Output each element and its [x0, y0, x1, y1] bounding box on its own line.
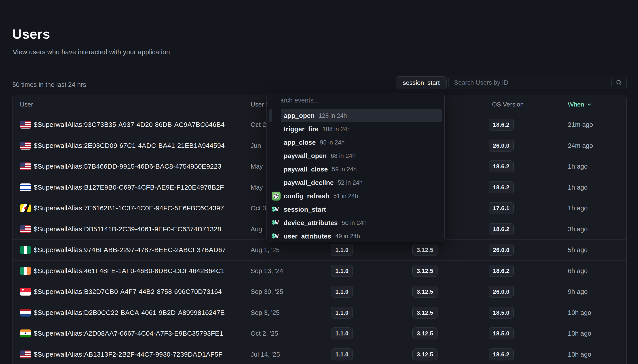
chevron-down-icon [586, 102, 592, 108]
user-search-box[interactable] [448, 76, 626, 89]
event-name: paywall_open [284, 152, 327, 160]
os-version-badge: 26.0.0 [489, 244, 514, 256]
user-alias: $SuperwallAlias:D2B0CC22-BACA-4061-9B2D-… [34, 309, 225, 316]
events-search-box[interactable] [267, 93, 444, 108]
user-alias: $SuperwallAlias:93C73B35-A937-4D20-86DB-… [34, 121, 225, 128]
column-header-user: User [20, 101, 33, 108]
event-option[interactable]: $W app_close 95 in 24h [269, 136, 442, 149]
event-name: app_open [284, 112, 315, 120]
user-since-value: Oct 3 [251, 204, 266, 212]
app-version-badge: 1.1.0 [331, 265, 353, 277]
sdk-version-badge: 3.12.5 [412, 244, 438, 256]
os-version-badge: 18.6.2 [489, 181, 514, 193]
sdk-version-badge: 3.12.5 [412, 306, 438, 318]
event-name: config_refresh [284, 192, 329, 200]
country-flag-icon [20, 330, 31, 338]
superwall-event-icon: $W [272, 233, 281, 240]
user-alias: $SuperwallAlias:7E6162B1-1C37-4C0E-94FC-… [34, 204, 224, 212]
events-dropdown: $W app_open 128 in 24h $W trigger_fire 1… [266, 93, 445, 242]
event-count: 51 in 24h [333, 193, 358, 200]
superwall-event-icon: $W [272, 206, 281, 213]
event-name: paywall_close [284, 166, 328, 173]
table-row[interactable]: $SuperwallAlias:461F48FE-1AF0-46B0-8DBC-… [13, 260, 626, 282]
event-option[interactable]: $W device_attributes 50 in 24h [269, 216, 442, 230]
country-flag-icon [20, 288, 31, 296]
event-option[interactable]: $W session_start [269, 203, 442, 216]
event-count: 128 in 24h [319, 112, 347, 119]
when-value: 6h ago [568, 267, 588, 274]
app-version-badge: 1.1.0 [331, 348, 353, 360]
event-count: 108 in 24h [323, 126, 351, 133]
event-option[interactable]: $W user_attributes 49 in 24h [269, 230, 442, 242]
user-since-value: Oct 2 [251, 121, 266, 128]
country-flag-icon [20, 120, 31, 129]
event-option[interactable]: ⚽ config_refresh 51 in 24h [269, 189, 442, 203]
page-title: Users [12, 26, 50, 42]
superwall-event-icon: $W [272, 220, 281, 226]
event-option[interactable]: $W trigger_fire 108 in 24h [269, 122, 442, 136]
user-alias: $SuperwallAlias:57B466DD-9915-46D6-BAC8-… [34, 162, 221, 170]
column-header-when-sort[interactable]: When [568, 101, 592, 108]
user-alias: $SuperwallAlias:A2D08AA7-0667-4C04-A7F3-… [34, 330, 223, 337]
table-row[interactable]: $SuperwallAlias:D2B0CC22-BACA-4061-9B2D-… [13, 302, 626, 323]
event-count: 59 in 24h [332, 166, 357, 173]
user-alias: $SuperwallAlias:974BFABB-2297-4787-BEEC-… [34, 246, 226, 254]
os-version-badge: 26.0.0 [489, 140, 514, 152]
os-version-badge: 18.6.2 [489, 265, 514, 277]
user-since-value: Sep 13, '24 [251, 267, 283, 274]
os-version-badge: 18.6.2 [489, 160, 514, 172]
events-list: $W app_open 128 in 24h $W trigger_fire 1… [267, 108, 444, 242]
event-name: trigger_fire [284, 126, 318, 133]
table-row[interactable]: $SuperwallAlias:B32D7CB0-A4F7-44B2-8758-… [13, 281, 626, 302]
when-value: 1h ago [568, 204, 588, 212]
when-value: 24m ago [568, 142, 593, 149]
os-version-badge: 18.6.2 [489, 119, 514, 131]
column-header-os-version: OS Version [492, 101, 524, 108]
user-since-value: Sep 3, '25 [251, 309, 280, 316]
user-alias: $SuperwallAlias:2E03CD09-67C1-4ADC-BA41-… [34, 142, 225, 150]
when-value: 3h ago [568, 225, 588, 233]
sdk-version-badge: 3.12.5 [412, 328, 438, 340]
sdk-version-badge: 3.12.5 [412, 286, 438, 298]
when-label: When [568, 101, 584, 108]
user-since-value: Aug [251, 225, 262, 233]
os-version-badge: 17.6.1 [489, 202, 514, 214]
search-icon[interactable] [612, 79, 626, 86]
event-filter-label: session_start [403, 79, 440, 86]
event-count: 50 in 24h [342, 220, 367, 226]
country-flag-icon [20, 142, 31, 150]
sdk-version-badge: 3.12.5 [412, 265, 438, 277]
user-alias: $SuperwallAlias:B32D7CB0-A4F7-44B2-8758-… [34, 288, 222, 296]
event-option[interactable]: $W app_open 128 in 24h [269, 109, 442, 122]
event-count: 52 in 24h [338, 179, 363, 186]
event-count: 49 in 24h [335, 233, 360, 240]
user-search-input[interactable] [449, 76, 611, 89]
event-name: paywall_decline [284, 179, 334, 186]
when-value: 1h ago [568, 184, 588, 191]
page-subtitle: View users who have interacted with your… [13, 48, 170, 56]
user-alias: $SuperwallAlias:B127E9B0-C697-4CFB-AE9E-… [34, 184, 224, 191]
event-option[interactable]: $W paywall_decline 52 in 24h [269, 176, 442, 189]
country-flag-icon [20, 204, 31, 212]
table-row[interactable]: $SuperwallAlias:A2D08AA7-0667-4C04-A7F3-… [13, 323, 626, 344]
users-page: Users View users who have interacted wit… [0, 0, 638, 364]
event-option[interactable]: $W paywall_open 68 in 24h [269, 149, 442, 162]
user-since-value: Aug 1, '25 [251, 246, 280, 254]
table-row[interactable]: $SuperwallAlias:974BFABB-2297-4787-BEEC-… [13, 240, 626, 260]
when-value: 5h ago [568, 246, 588, 254]
events-search-input[interactable] [267, 93, 444, 108]
event-filter-button[interactable]: session_start [396, 76, 447, 89]
user-since-value: Jun [251, 142, 261, 149]
user-since-value: Oct 2, '25 [251, 330, 278, 337]
os-version-badge: 18.5.0 [489, 306, 514, 318]
event-count: 95 in 24h [320, 139, 345, 146]
user-since-value: May [251, 184, 263, 191]
country-flag-icon [20, 162, 31, 170]
table-row[interactable]: $SuperwallAlias:AB1313F2-2B2F-44C7-9930-… [13, 344, 626, 364]
user-since-value: Jul 14, '25 [251, 350, 280, 358]
event-option[interactable]: $W paywall_close 59 in 24h [269, 162, 442, 176]
os-version-badge: 18.6.2 [489, 223, 514, 235]
event-name: user_attributes [284, 233, 331, 240]
when-value: 1h ago [568, 163, 588, 170]
os-version-badge: 18.5.0 [489, 328, 514, 340]
